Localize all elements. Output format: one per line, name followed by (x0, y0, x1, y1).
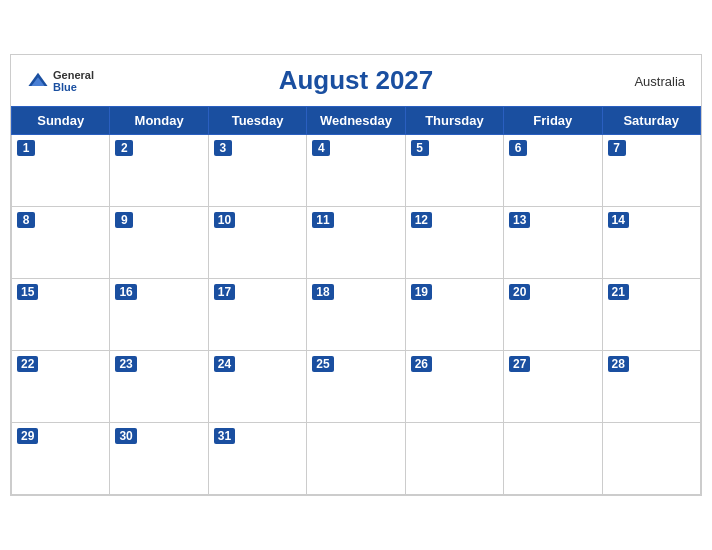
date-number: 28 (608, 356, 629, 372)
calendar-week-row: 293031 (12, 423, 701, 495)
date-number: 16 (115, 284, 136, 300)
calendar-cell (504, 423, 602, 495)
date-number: 25 (312, 356, 333, 372)
date-number: 12 (411, 212, 432, 228)
date-number: 30 (115, 428, 136, 444)
weekday-friday: Friday (504, 107, 602, 135)
date-number: 27 (509, 356, 530, 372)
calendar-weekdays: Sunday Monday Tuesday Wednesday Thursday… (12, 107, 701, 135)
calendar-cell (602, 423, 700, 495)
calendar-cell: 1 (12, 135, 110, 207)
calendar-cell: 31 (208, 423, 306, 495)
date-number: 15 (17, 284, 38, 300)
calendar-week-row: 891011121314 (12, 207, 701, 279)
calendar-cell: 4 (307, 135, 405, 207)
calendar-cell: 10 (208, 207, 306, 279)
date-number: 22 (17, 356, 38, 372)
weekday-wednesday: Wednesday (307, 107, 405, 135)
weekday-thursday: Thursday (405, 107, 503, 135)
calendar-cell: 30 (110, 423, 208, 495)
calendar-cell: 18 (307, 279, 405, 351)
calendar-cell: 7 (602, 135, 700, 207)
calendar-cell: 3 (208, 135, 306, 207)
date-number: 3 (214, 140, 232, 156)
calendar-cell: 26 (405, 351, 503, 423)
calendar-cell: 29 (12, 423, 110, 495)
calendar-cell: 22 (12, 351, 110, 423)
weekday-row: Sunday Monday Tuesday Wednesday Thursday… (12, 107, 701, 135)
calendar-cell: 5 (405, 135, 503, 207)
date-number: 8 (17, 212, 35, 228)
date-number: 9 (115, 212, 133, 228)
calendar-cell: 8 (12, 207, 110, 279)
logo-text: General Blue (53, 68, 94, 92)
calendar-week-row: 15161718192021 (12, 279, 701, 351)
calendar-header: General Blue August 2027 Australia (11, 55, 701, 106)
weekday-sunday: Sunday (12, 107, 110, 135)
date-number: 4 (312, 140, 330, 156)
date-number: 1 (17, 140, 35, 156)
weekday-monday: Monday (110, 107, 208, 135)
calendar-cell: 15 (12, 279, 110, 351)
date-number: 10 (214, 212, 235, 228)
calendar-week-row: 1234567 (12, 135, 701, 207)
date-number: 24 (214, 356, 235, 372)
calendar-cell: 28 (602, 351, 700, 423)
calendar-cell: 23 (110, 351, 208, 423)
logo-bird-icon (27, 70, 49, 92)
calendar-title: August 2027 (279, 65, 434, 96)
date-number: 31 (214, 428, 235, 444)
calendar-cell: 27 (504, 351, 602, 423)
date-number: 19 (411, 284, 432, 300)
calendar-cell: 24 (208, 351, 306, 423)
calendar-cell: 21 (602, 279, 700, 351)
date-number: 23 (115, 356, 136, 372)
date-number: 7 (608, 140, 626, 156)
calendar-cell: 19 (405, 279, 503, 351)
calendar-week-row: 22232425262728 (12, 351, 701, 423)
calendar-cell: 12 (405, 207, 503, 279)
calendar-cell: 14 (602, 207, 700, 279)
calendar-body: 1234567891011121314151617181920212223242… (12, 135, 701, 495)
date-number: 17 (214, 284, 235, 300)
calendar-container: General Blue August 2027 Australia Sunda… (10, 54, 702, 496)
calendar-cell: 11 (307, 207, 405, 279)
calendar-cell: 13 (504, 207, 602, 279)
date-number: 2 (115, 140, 133, 156)
date-number: 29 (17, 428, 38, 444)
calendar-cell: 2 (110, 135, 208, 207)
date-number: 14 (608, 212, 629, 228)
calendar-grid: Sunday Monday Tuesday Wednesday Thursday… (11, 106, 701, 495)
logo-area: General Blue (27, 68, 94, 92)
calendar-cell: 17 (208, 279, 306, 351)
weekday-saturday: Saturday (602, 107, 700, 135)
calendar-cell (405, 423, 503, 495)
logo-blue: Blue (53, 81, 94, 93)
date-number: 20 (509, 284, 530, 300)
date-number: 21 (608, 284, 629, 300)
date-number: 11 (312, 212, 333, 228)
logo-general: General (53, 68, 94, 80)
date-number: 5 (411, 140, 429, 156)
country-label: Australia (634, 73, 685, 88)
date-number: 26 (411, 356, 432, 372)
calendar-cell (307, 423, 405, 495)
calendar-cell: 6 (504, 135, 602, 207)
calendar-cell: 16 (110, 279, 208, 351)
calendar-cell: 25 (307, 351, 405, 423)
calendar-cell: 20 (504, 279, 602, 351)
calendar-cell: 9 (110, 207, 208, 279)
date-number: 13 (509, 212, 530, 228)
date-number: 18 (312, 284, 333, 300)
date-number: 6 (509, 140, 527, 156)
weekday-tuesday: Tuesday (208, 107, 306, 135)
